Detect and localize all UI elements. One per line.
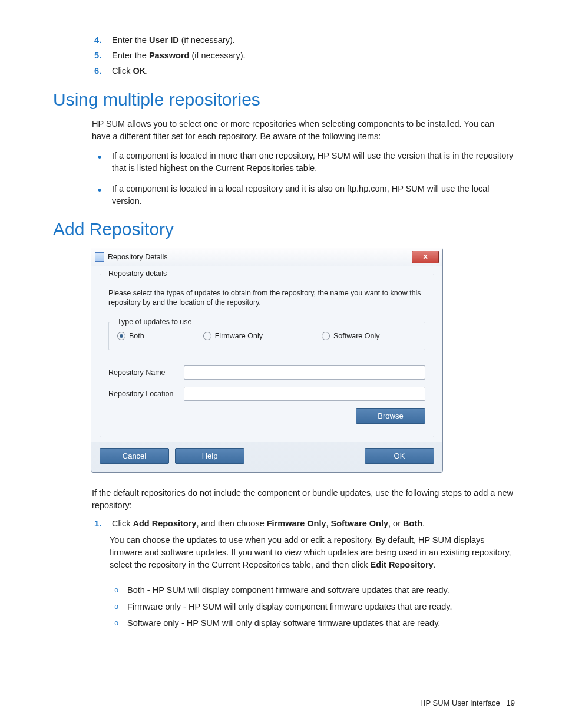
step-text: Click Add Repository, and then choose Fi… bbox=[112, 519, 425, 528]
repository-name-row: Repository Name bbox=[108, 365, 425, 380]
radio-label: Software Only bbox=[333, 332, 380, 340]
bullet-list: If a component is located in more than o… bbox=[53, 150, 515, 207]
browse-row: Browse bbox=[108, 408, 425, 424]
dialog-body: Repository details Please select the typ… bbox=[91, 266, 442, 442]
app-icon bbox=[95, 252, 104, 262]
help-button[interactable]: Help bbox=[175, 448, 244, 464]
paragraph: If the default repositories do not inclu… bbox=[92, 487, 515, 512]
page-number: 19 bbox=[507, 699, 515, 707]
radio-label: Firmware Only bbox=[215, 332, 263, 340]
field-label: Repository Name bbox=[108, 368, 184, 377]
repository-name-input[interactable] bbox=[184, 365, 425, 380]
repository-details-fieldset: Repository details Please select the typ… bbox=[100, 274, 434, 437]
type-of-updates-fieldset: Type of updates to use Both Firmware Onl… bbox=[108, 322, 425, 350]
page-footer: HP SUM User Interface 19 bbox=[53, 699, 515, 707]
repository-details-dialog: Repository Details x Repository details … bbox=[91, 248, 443, 473]
dialog-button-row: Cancel Help OK bbox=[91, 442, 442, 472]
step-6: 6. Click OK. bbox=[94, 66, 515, 75]
sub-bullet-list: Both - HP SUM will display component fir… bbox=[53, 585, 515, 628]
step-text: Click OK. bbox=[112, 66, 148, 75]
heading-add-repository: Add Repository bbox=[53, 219, 515, 239]
step-number: 5. bbox=[94, 51, 110, 60]
step-5: 5. Enter the Password (if necessary). bbox=[94, 51, 515, 60]
step-number: 4. bbox=[94, 35, 110, 45]
heading-using-multiple-repositories: Using multiple repositories bbox=[53, 90, 515, 110]
step-4: 4. Enter the User ID (if necessary). bbox=[94, 35, 515, 45]
step-text: Enter the User ID (if necessary). bbox=[112, 35, 235, 45]
sub-bullet-item: Firmware only - HP SUM will only display… bbox=[127, 602, 515, 611]
step-paragraph: You can choose the updates to use when y… bbox=[110, 534, 515, 571]
steps-list-top: 4. Enter the User ID (if necessary). 5. … bbox=[53, 35, 515, 75]
radio-group: Both Firmware Only Software Only bbox=[117, 332, 416, 340]
fieldset-legend: Type of updates to use bbox=[115, 318, 194, 326]
radio-icon bbox=[117, 332, 125, 340]
radio-label: Both bbox=[129, 332, 144, 340]
fieldset-description: Please select the types of updates to ob… bbox=[108, 288, 425, 308]
fieldset-legend: Repository details bbox=[106, 269, 169, 278]
bullet-item: If a component is located in a local rep… bbox=[112, 183, 515, 207]
repository-location-row: Repository Location bbox=[108, 387, 425, 401]
steps-list-bottom: 1. Click Add Repository, and then choose… bbox=[53, 519, 515, 571]
dialog-titlebar: Repository Details x bbox=[91, 248, 442, 266]
footer-section: HP SUM User Interface bbox=[420, 699, 500, 707]
step-number: 6. bbox=[94, 66, 110, 75]
bullet-item: If a component is located in more than o… bbox=[112, 150, 515, 174]
step-1: 1. Click Add Repository, and then choose… bbox=[94, 519, 515, 571]
radio-firmware-only[interactable]: Firmware Only bbox=[203, 332, 263, 340]
radio-both[interactable]: Both bbox=[117, 332, 144, 340]
repository-location-input[interactable] bbox=[184, 387, 425, 401]
ok-button[interactable]: OK bbox=[365, 448, 434, 464]
paragraph: HP SUM allows you to select one or more … bbox=[92, 118, 515, 143]
browse-button[interactable]: Browse bbox=[356, 408, 425, 424]
step-text: Enter the Password (if necessary). bbox=[112, 51, 245, 60]
page-content: 4. Enter the User ID (if necessary). 5. … bbox=[0, 0, 562, 728]
radio-software-only[interactable]: Software Only bbox=[322, 332, 380, 340]
sub-bullet-item: Software only - HP SUM will only display… bbox=[127, 618, 515, 628]
field-label: Repository Location bbox=[108, 390, 184, 398]
radio-icon bbox=[322, 332, 330, 340]
spacer bbox=[250, 448, 359, 464]
step-number: 1. bbox=[94, 519, 110, 528]
radio-icon bbox=[203, 332, 211, 340]
cancel-button[interactable]: Cancel bbox=[100, 448, 169, 464]
sub-bullet-item: Both - HP SUM will display component fir… bbox=[127, 585, 515, 595]
dialog-screenshot: Repository Details x Repository details … bbox=[91, 248, 443, 473]
dialog-title: Repository Details bbox=[108, 253, 412, 261]
close-button[interactable]: x bbox=[412, 251, 439, 263]
